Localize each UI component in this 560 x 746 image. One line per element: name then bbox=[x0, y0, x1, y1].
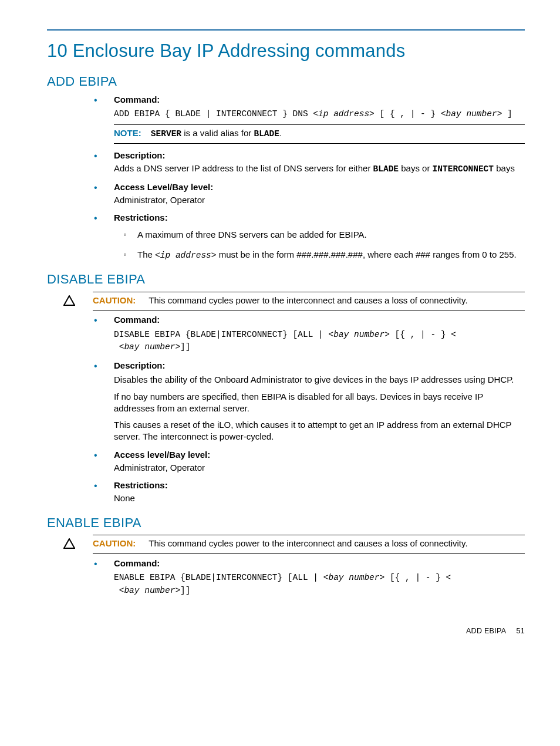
add-ebipa-list: Command: ADD EBIPA { BLADE | INTERCONNEC… bbox=[47, 94, 525, 262]
section-disable-ebipa: DISABLE EBIPA bbox=[47, 271, 525, 288]
command-syntax: ADD EBIPA { BLADE | INTERCONNECT } DNS <… bbox=[114, 108, 525, 121]
command-label: Command: bbox=[114, 314, 525, 326]
restrictions-label: Restrictions: bbox=[114, 212, 525, 224]
description-label: Description: bbox=[114, 360, 525, 372]
divider bbox=[114, 124, 525, 125]
chapter-title: 10 Enclosure Bay IP Addressing commands bbox=[47, 39, 525, 63]
command-label: Command: bbox=[114, 558, 525, 569]
note-blade: BLADE bbox=[254, 129, 279, 139]
restriction-1: A maximum of three DNS servers can be ad… bbox=[123, 229, 525, 241]
restrictions-item: Restrictions: None bbox=[94, 480, 525, 505]
command-item: Command: ADD EBIPA { BLADE | INTERCONNEC… bbox=[94, 94, 525, 144]
description-label: Description: bbox=[114, 150, 525, 161]
command-syntax: ENABLE EBIPA {BLADE|INTERCONNECT} [ALL |… bbox=[114, 572, 525, 598]
header-rule bbox=[47, 29, 525, 31]
description-item: Description: Adds a DNS server IP addres… bbox=[94, 150, 525, 175]
desc-p1: Disables the ability of the Onboard Admi… bbox=[114, 374, 525, 386]
caution-body: CAUTION: This command cycles power to th… bbox=[93, 292, 525, 310]
access-item: Access Level/Bay level: Administrator, O… bbox=[94, 181, 525, 207]
desc-p2: If no bay numbers are specified, then EB… bbox=[114, 391, 525, 415]
command-item: Command: ENABLE EBIPA {BLADE|INTERCONNEC… bbox=[94, 558, 525, 598]
caution-icon bbox=[63, 295, 75, 309]
section-add-ebipa: ADD EBIPA bbox=[47, 73, 525, 90]
access-value: Administrator, Operator bbox=[114, 462, 525, 474]
restriction-2: The <ip address> must be in the form ###… bbox=[123, 249, 525, 262]
restrictions-sublist: A maximum of three DNS servers can be ad… bbox=[114, 229, 525, 262]
caution-body: CAUTION: This command cycles power to th… bbox=[93, 535, 525, 553]
restrictions-label: Restrictions: bbox=[114, 480, 525, 491]
caution-icon bbox=[63, 538, 75, 552]
disable-ebipa-list: Command: DISABLE EBIPA {BLADE|INTERCONNE… bbox=[47, 314, 525, 504]
note-label: NOTE: bbox=[114, 128, 141, 138]
enable-ebipa-list: Command: ENABLE EBIPA {BLADE|INTERCONNEC… bbox=[47, 558, 525, 598]
restrictions-item: Restrictions: A maximum of three DNS ser… bbox=[94, 212, 525, 261]
caution-label: CAUTION: bbox=[93, 538, 136, 548]
caution-row: CAUTION: This command cycles power to th… bbox=[63, 535, 525, 553]
caution-text: This command cycles power to the interco… bbox=[149, 295, 467, 305]
footer-page-number: 51 bbox=[516, 627, 525, 635]
caution-row: CAUTION: This command cycles power to th… bbox=[63, 292, 525, 310]
note-server: SERVER bbox=[151, 129, 181, 139]
footer-section: ADD EBIPA bbox=[466, 627, 506, 635]
caution-text: This command cycles power to the interco… bbox=[149, 538, 467, 548]
description-item: Description: Disables the ability of the… bbox=[94, 360, 525, 443]
desc-p3: This causes a reset of the iLO, which ca… bbox=[114, 419, 525, 443]
restrictions-value: None bbox=[114, 492, 525, 504]
access-item: Access level/Bay level: Administrator, O… bbox=[94, 449, 525, 474]
section-enable-ebipa: ENABLE EBIPA bbox=[47, 514, 525, 532]
command-syntax: DISABLE EBIPA {BLADE|INTERCONNECT} [ALL … bbox=[114, 329, 525, 355]
command-item: Command: DISABLE EBIPA {BLADE|INTERCONNE… bbox=[94, 314, 525, 354]
description-body: Adds a DNS server IP address to the list… bbox=[114, 163, 525, 175]
command-label: Command: bbox=[114, 94, 525, 106]
access-label: Access level/Bay level: bbox=[114, 449, 525, 461]
divider bbox=[114, 143, 525, 144]
page-footer: ADD EBIPA 51 bbox=[47, 626, 525, 636]
note-block: NOTE: SERVER is a valid alias for BLADE. bbox=[114, 127, 525, 140]
caution-label: CAUTION: bbox=[93, 295, 136, 305]
access-label: Access Level/Bay level: bbox=[114, 181, 525, 193]
access-value: Administrator, Operator bbox=[114, 194, 525, 206]
